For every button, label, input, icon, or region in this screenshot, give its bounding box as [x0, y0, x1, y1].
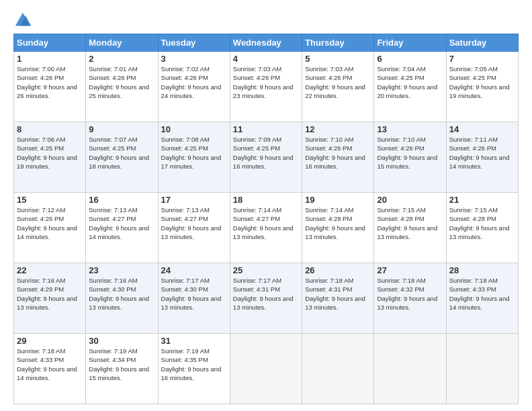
calendar-cell: 13Sunrise: 7:10 AMSunset: 4:26 PMDayligh…: [374, 122, 446, 193]
weekday-header: Tuesday: [158, 34, 230, 52]
calendar-cell: [230, 334, 302, 404]
day-number: 13: [377, 124, 443, 134]
day-number: 21: [449, 195, 515, 205]
day-info: Sunrise: 7:18 AMSunset: 4:31 PMDaylight:…: [305, 276, 371, 312]
day-number: 4: [233, 54, 299, 64]
day-number: 15: [17, 195, 83, 205]
day-number: 31: [161, 336, 227, 346]
calendar-week-row: 15Sunrise: 7:12 AMSunset: 4:26 PMDayligh…: [14, 193, 519, 263]
day-info: Sunrise: 7:13 AMSunset: 4:27 PMDaylight:…: [161, 205, 227, 241]
calendar-cell: 2Sunrise: 7:01 AMSunset: 4:26 PMDaylight…: [86, 52, 158, 122]
day-number: 8: [17, 124, 83, 134]
day-number: 18: [233, 195, 299, 205]
day-info: Sunrise: 7:12 AMSunset: 4:26 PMDaylight:…: [17, 205, 83, 241]
day-number: 11: [233, 124, 299, 134]
calendar-week-row: 1Sunrise: 7:00 AMSunset: 4:26 PMDaylight…: [14, 52, 519, 122]
calendar-cell: [374, 334, 446, 404]
calendar-cell: 3Sunrise: 7:02 AMSunset: 4:26 PMDaylight…: [158, 52, 230, 122]
calendar-cell: 7Sunrise: 7:05 AMSunset: 4:25 PMDaylight…: [446, 52, 518, 122]
calendar-cell: 4Sunrise: 7:03 AMSunset: 4:26 PMDaylight…: [230, 52, 302, 122]
calendar-week-row: 8Sunrise: 7:06 AMSunset: 4:25 PMDaylight…: [14, 122, 519, 193]
weekday-header: Monday: [86, 34, 158, 52]
day-info: Sunrise: 7:18 AMSunset: 4:33 PMDaylight:…: [449, 276, 515, 312]
calendar-cell: 5Sunrise: 7:03 AMSunset: 4:26 PMDaylight…: [302, 52, 374, 122]
day-info: Sunrise: 7:14 AMSunset: 4:27 PMDaylight:…: [233, 205, 299, 241]
day-number: 17: [161, 195, 227, 205]
day-info: Sunrise: 7:16 AMSunset: 4:30 PMDaylight:…: [89, 276, 154, 312]
day-info: Sunrise: 7:07 AMSunset: 4:25 PMDaylight:…: [89, 135, 154, 171]
day-number: 5: [305, 54, 371, 64]
header: [13, 11, 519, 30]
day-number: 24: [161, 265, 227, 275]
day-number: 29: [17, 336, 83, 346]
calendar-cell: 27Sunrise: 7:18 AMSunset: 4:32 PMDayligh…: [374, 263, 446, 334]
day-info: Sunrise: 7:04 AMSunset: 4:25 PMDaylight:…: [377, 64, 443, 100]
day-number: 7: [449, 54, 515, 64]
weekday-header: Saturday: [446, 34, 518, 52]
day-info: Sunrise: 7:11 AMSunset: 4:26 PMDaylight:…: [449, 135, 515, 171]
calendar-cell: 30Sunrise: 7:19 AMSunset: 4:34 PMDayligh…: [86, 334, 158, 404]
day-info: Sunrise: 7:10 AMSunset: 4:26 PMDaylight:…: [377, 135, 443, 171]
weekday-header: Thursday: [302, 34, 374, 52]
weekday-header: Friday: [374, 34, 446, 52]
calendar-cell: 9Sunrise: 7:07 AMSunset: 4:25 PMDaylight…: [86, 122, 158, 193]
calendar-cell: 8Sunrise: 7:06 AMSunset: 4:25 PMDaylight…: [14, 122, 86, 193]
day-number: 30: [89, 336, 154, 346]
day-info: Sunrise: 7:00 AMSunset: 4:26 PMDaylight:…: [17, 64, 83, 100]
calendar-cell: 6Sunrise: 7:04 AMSunset: 4:25 PMDaylight…: [374, 52, 446, 122]
day-number: 10: [161, 124, 227, 134]
day-info: Sunrise: 7:06 AMSunset: 4:25 PMDaylight:…: [17, 135, 83, 171]
calendar-cell: 26Sunrise: 7:18 AMSunset: 4:31 PMDayligh…: [302, 263, 374, 334]
calendar-cell: 24Sunrise: 7:17 AMSunset: 4:30 PMDayligh…: [158, 263, 230, 334]
day-info: Sunrise: 7:15 AMSunset: 4:28 PMDaylight:…: [377, 205, 443, 241]
day-number: 14: [449, 124, 515, 134]
day-info: Sunrise: 7:08 AMSunset: 4:25 PMDaylight:…: [161, 135, 227, 171]
day-info: Sunrise: 7:03 AMSunset: 4:26 PMDaylight:…: [305, 64, 371, 100]
calendar-cell: [446, 334, 518, 404]
day-info: Sunrise: 7:19 AMSunset: 4:35 PMDaylight:…: [161, 347, 227, 382]
calendar-cell: 10Sunrise: 7:08 AMSunset: 4:25 PMDayligh…: [158, 122, 230, 193]
weekday-header: Sunday: [14, 34, 86, 52]
day-number: 20: [377, 195, 443, 205]
calendar-cell: 18Sunrise: 7:14 AMSunset: 4:27 PMDayligh…: [230, 193, 302, 263]
calendar-week-row: 22Sunrise: 7:16 AMSunset: 4:29 PMDayligh…: [14, 263, 519, 334]
calendar-cell: 16Sunrise: 7:13 AMSunset: 4:27 PMDayligh…: [86, 193, 158, 263]
day-number: 6: [377, 54, 443, 64]
day-number: 2: [89, 54, 154, 64]
day-info: Sunrise: 7:13 AMSunset: 4:27 PMDaylight:…: [89, 205, 154, 241]
calendar-cell: [302, 334, 374, 404]
day-info: Sunrise: 7:16 AMSunset: 4:29 PMDaylight:…: [17, 276, 83, 312]
day-info: Sunrise: 7:10 AMSunset: 4:26 PMDaylight:…: [305, 135, 371, 171]
day-number: 28: [449, 265, 515, 275]
day-number: 9: [89, 124, 154, 134]
day-number: 16: [89, 195, 154, 205]
day-info: Sunrise: 7:02 AMSunset: 4:26 PMDaylight:…: [161, 64, 227, 100]
day-number: 25: [233, 265, 299, 275]
calendar-cell: 20Sunrise: 7:15 AMSunset: 4:28 PMDayligh…: [374, 193, 446, 263]
day-info: Sunrise: 7:03 AMSunset: 4:26 PMDaylight:…: [233, 64, 299, 100]
page: SundayMondayTuesdayWednesdayThursdayFrid…: [0, 0, 532, 411]
day-number: 27: [377, 265, 443, 275]
calendar-cell: 19Sunrise: 7:14 AMSunset: 4:28 PMDayligh…: [302, 193, 374, 263]
day-info: Sunrise: 7:17 AMSunset: 4:31 PMDaylight:…: [233, 276, 299, 312]
day-info: Sunrise: 7:01 AMSunset: 4:26 PMDaylight:…: [89, 64, 154, 100]
calendar-cell: 25Sunrise: 7:17 AMSunset: 4:31 PMDayligh…: [230, 263, 302, 334]
calendar-week-row: 29Sunrise: 7:18 AMSunset: 4:33 PMDayligh…: [14, 334, 519, 404]
day-number: 23: [89, 265, 154, 275]
weekday-header: Wednesday: [230, 34, 302, 52]
calendar-cell: 14Sunrise: 7:11 AMSunset: 4:26 PMDayligh…: [446, 122, 518, 193]
day-number: 1: [17, 54, 83, 64]
day-number: 3: [161, 54, 227, 64]
calendar-cell: 28Sunrise: 7:18 AMSunset: 4:33 PMDayligh…: [446, 263, 518, 334]
calendar-cell: 31Sunrise: 7:19 AMSunset: 4:35 PMDayligh…: [158, 334, 230, 404]
calendar-cell: 21Sunrise: 7:15 AMSunset: 4:28 PMDayligh…: [446, 193, 518, 263]
day-number: 26: [305, 265, 371, 275]
calendar-cell: 15Sunrise: 7:12 AMSunset: 4:26 PMDayligh…: [14, 193, 86, 263]
day-number: 22: [17, 265, 83, 275]
logo-icon: [13, 11, 32, 30]
calendar-cell: 1Sunrise: 7:00 AMSunset: 4:26 PMDaylight…: [14, 52, 86, 122]
day-info: Sunrise: 7:18 AMSunset: 4:33 PMDaylight:…: [17, 347, 83, 382]
calendar-header-row: SundayMondayTuesdayWednesdayThursdayFrid…: [14, 34, 519, 52]
calendar-cell: 23Sunrise: 7:16 AMSunset: 4:30 PMDayligh…: [86, 263, 158, 334]
calendar-cell: 29Sunrise: 7:18 AMSunset: 4:33 PMDayligh…: [14, 334, 86, 404]
